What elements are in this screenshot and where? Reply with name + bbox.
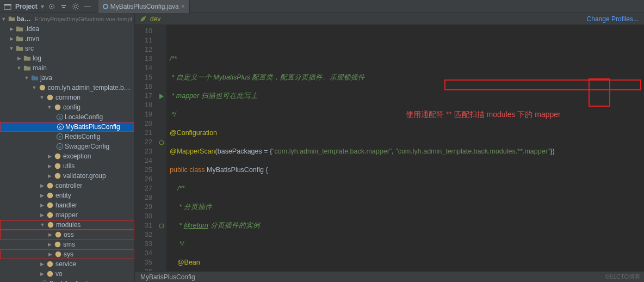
leaf-icon: [139, 15, 147, 23]
project-icon: [3, 2, 12, 11]
watermark: ©51CTO博客: [605, 273, 641, 281]
svg-point-7: [55, 105, 61, 111]
svg-point-16: [55, 232, 61, 238]
tree-item-redisconfig[interactable]: cRedisConfig: [0, 132, 134, 142]
svg-point-6: [47, 95, 53, 101]
tree-item-entity[interactable]: ▶entity: [0, 191, 134, 200]
tree-item-backapp[interactable]: ▸BackApplication: [0, 279, 134, 282]
profile-bar: dev Change Profiles...: [135, 13, 644, 25]
svg-rect-1: [4, 4, 11, 5]
tree-item-service[interactable]: ▶service: [0, 259, 134, 269]
gear-icon[interactable]: [71, 2, 80, 11]
folder-icon: [16, 35, 23, 42]
code-body[interactable]: /** * 自定义一个 MybatisPlus 配置类，配置分页插件、乐观锁插件…: [166, 25, 644, 271]
tree-item-log[interactable]: ▶log: [0, 53, 134, 63]
class-icon: c: [57, 114, 63, 120]
package-icon: [54, 103, 61, 111]
target-icon[interactable]: [47, 2, 56, 11]
tree-item-utils[interactable]: ▶utils: [0, 161, 134, 171]
run-gutter-icon[interactable]: [157, 91, 166, 101]
tree-root[interactable]: ▼backE:\myProject\myGit\admin-vue-templ: [0, 14, 134, 24]
svg-point-19: [47, 261, 53, 267]
bean-gutter-icon[interactable]: [157, 138, 166, 147]
tree-item-mybatisplusconfig[interactable]: cMyBatisPlusConfig: [0, 122, 134, 132]
tree-item-validator[interactable]: ▶validator.group: [0, 171, 134, 181]
project-label: Project: [15, 3, 38, 10]
package-icon: [54, 162, 61, 170]
tree-item-main[interactable]: ▼main: [0, 63, 134, 73]
class-icon: c: [57, 124, 64, 130]
package-icon: [54, 250, 62, 258]
svg-point-8: [55, 154, 61, 160]
tree-item-pkg[interactable]: ▼com.lyh.admin_template.back: [0, 83, 134, 93]
tab-label: MyBatisPlusConfig.java: [110, 3, 179, 10]
class-icon: c: [57, 143, 63, 150]
package-icon: [46, 270, 54, 278]
package-icon: [46, 192, 54, 199]
svg-point-4: [74, 5, 77, 8]
breadcrumb[interactable]: MyBatisPlusConfig: [135, 271, 644, 282]
tree-item-mapper[interactable]: ▶mapper: [0, 210, 134, 220]
annotation-text: 使用通配符 ** 匹配扫描 modules 下的 mapper: [406, 110, 561, 119]
tree-item-src[interactable]: ▼src: [0, 44, 134, 53]
tree-item-controller[interactable]: ▶controller: [0, 181, 134, 191]
gutter-icons: [157, 25, 166, 271]
svg-point-17: [55, 242, 61, 248]
package-icon: [46, 260, 54, 268]
tree-item-localeconfig[interactable]: cLocaleConfig: [0, 112, 134, 122]
top-toolbar: Project ▾ — MyBatisPlusConfig.java ×: [0, 0, 644, 13]
package-icon: [46, 201, 54, 209]
folder-icon: [16, 45, 23, 52]
svg-point-20: [47, 271, 53, 277]
svg-point-21: [159, 140, 164, 145]
class-icon: [103, 4, 108, 9]
tree-item-modules[interactable]: ▼modules: [0, 220, 134, 230]
code-editor[interactable]: 1011121314151617181920212223242526272829…: [135, 25, 644, 271]
svg-point-22: [159, 224, 164, 228]
svg-point-15: [48, 222, 54, 228]
svg-point-18: [55, 252, 61, 258]
package-icon: [46, 182, 54, 189]
svg-point-13: [47, 203, 53, 209]
tree-item-exception[interactable]: ▶exception: [0, 151, 134, 161]
change-profiles-link[interactable]: Change Profiles...: [587, 15, 639, 23]
package-icon: [47, 221, 54, 229]
bean-gutter-icon[interactable]: [157, 221, 166, 230]
tree-item-sys[interactable]: ▶sys: [0, 249, 134, 259]
close-icon[interactable]: ×: [181, 3, 185, 10]
line-gutter: 1011121314151617181920212223242526272829…: [135, 25, 157, 271]
package-icon: [54, 231, 62, 238]
tree-item-swaggerconfig[interactable]: cSwaggerConfig: [0, 142, 134, 151]
package-icon: [39, 84, 46, 91]
folder-icon: [8, 15, 15, 23]
folder-icon: [23, 64, 31, 72]
svg-point-12: [47, 193, 53, 199]
class-icon: c: [57, 133, 63, 140]
package-icon: [54, 172, 61, 180]
tree-item-sms[interactable]: ▶sms: [0, 240, 134, 249]
folder-icon: [31, 74, 39, 82]
tree-item-config[interactable]: ▼config: [0, 102, 134, 112]
svg-point-10: [55, 173, 61, 179]
tree-item-oss[interactable]: ▶oss: [0, 230, 134, 240]
tree-item-vo[interactable]: ▶vo: [0, 269, 134, 279]
profile-label: dev: [150, 15, 160, 23]
package-icon: [46, 94, 54, 101]
editor-pane: dev Change Profiles... 10111213141516171…: [135, 13, 644, 282]
collapse-icon[interactable]: [59, 2, 68, 11]
folder-icon: [16, 25, 23, 33]
svg-point-3: [51, 5, 52, 7]
tree-item-common[interactable]: ▼common: [0, 93, 134, 102]
folder-icon: [23, 54, 31, 62]
editor-tab[interactable]: MyBatisPlusConfig.java ×: [98, 0, 190, 13]
svg-point-11: [47, 183, 53, 189]
tree-item-java[interactable]: ▼java: [0, 73, 134, 83]
tree-item-idea[interactable]: ▶.idea: [0, 24, 134, 34]
tree-item-handler[interactable]: ▶handler: [0, 200, 134, 210]
tree-item-mvn[interactable]: ▶.mvn: [0, 34, 134, 44]
hide-icon[interactable]: —: [83, 2, 92, 11]
package-icon: [46, 211, 54, 219]
package-icon: [54, 152, 61, 160]
svg-point-9: [55, 163, 61, 169]
project-tree[interactable]: ▼backE:\myProject\myGit\admin-vue-templ …: [0, 13, 135, 282]
